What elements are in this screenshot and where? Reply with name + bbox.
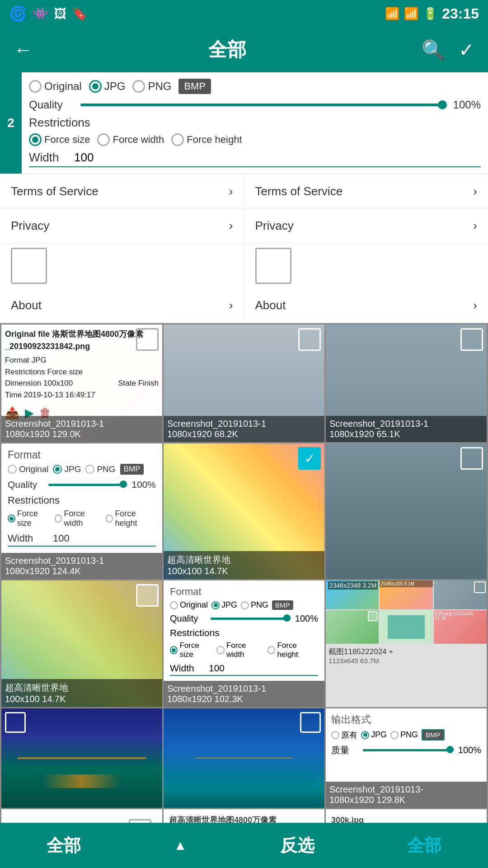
grid-cell-8[interactable]: Format Original JPG PNG BMP Quality 100%… [164, 580, 324, 707]
bottom-nav-all-right[interactable]: 全部 [407, 834, 441, 857]
bmp-selected-badge[interactable]: BMP [422, 729, 445, 741]
cell8-quality-val: 100% [295, 613, 318, 624]
checkbox-left[interactable] [11, 248, 47, 284]
format-jpg[interactable]: JPG [89, 80, 126, 93]
status-right: 📶 📶 🔋 23:15 [385, 5, 479, 22]
cell7-checkbox[interactable] [136, 584, 159, 607]
cell7-label: 超高清晰世界地 100x100 14.7K [1, 679, 162, 707]
status-icons-left: 🌀 👾 🖼 🔖 [9, 5, 88, 22]
cell4-format-label: Format [8, 449, 156, 461]
about-right[interactable]: About › [244, 288, 488, 323]
wifi-off-icon: 📶 [385, 7, 399, 21]
cell8-bmp[interactable]: BMP [272, 600, 293, 610]
cell4-label: Screenshot_20191013-1 488x868 124.4K [1, 553, 162, 579]
bottom-nav: 全部 ▲ 反选 全部 [0, 823, 488, 868]
restrictions-title: Restrictions [29, 116, 481, 130]
search-button[interactable]: 🔍 [422, 39, 445, 61]
privacy-left[interactable]: Privacy › [0, 209, 244, 243]
about-left[interactable]: About › [0, 288, 244, 323]
cell8-quality-label: Quality [170, 613, 206, 624]
monster-icon: 👾 [33, 6, 48, 21]
spiral-icon: 🌀 [9, 5, 27, 22]
cell2-checkbox[interactable] [298, 328, 321, 351]
confirm-button[interactable]: ✓ [459, 39, 474, 61]
quality-label: Quality [29, 99, 74, 111]
cell4-restrictions-radios: Force size Force width Force height [8, 509, 156, 528]
force-width[interactable]: Force width [97, 133, 164, 146]
radio-force-height[interactable] [171, 133, 184, 146]
grid-cell-6[interactable] [326, 443, 487, 579]
radio-force-width[interactable] [97, 133, 110, 146]
cell8-restrictions-title: Restrictions [170, 627, 318, 638]
terms-left[interactable]: Terms of Service › [0, 175, 244, 209]
radio-jpg[interactable] [89, 80, 102, 93]
force-size[interactable]: Force size [29, 133, 90, 146]
quality-val-small: 100% [458, 745, 481, 755]
image-grid-row3: 超高清晰世界地 100x100 14.7K Format Original JP… [0, 580, 488, 708]
grid-cell-5[interactable]: ✓ 超高清晰世界地 100x100 14.7K [164, 443, 324, 579]
format-bmp[interactable]: BMP [178, 79, 211, 94]
force-height[interactable]: Force height [171, 133, 242, 146]
bottom-arrow-icon: ▲ [174, 838, 187, 853]
image-grid-row4: 输出格式 原有 JPG PNG BMP 质量 100% Screenshot_2… [0, 708, 488, 809]
quality-value: 100% [453, 99, 481, 111]
battery-icon: 🔋 [423, 7, 437, 21]
cell8-label: Screenshot_20191013-1 488x868 102.3K [164, 681, 324, 707]
grid-cell-3[interactable]: Screenshot_20191013-1 488x868 65.1K [326, 325, 487, 442]
quality-label-small: 质量 [331, 744, 358, 756]
page-title: 全部 [208, 37, 246, 62]
grid-cell-1[interactable]: Original file 洛斯世界地图4800万像素_201909232318… [1, 325, 162, 442]
grid-cell-7[interactable]: 超高清晰世界地 100x100 14.7K [1, 580, 162, 707]
grid-cell-9[interactable]: 2348x2348 3.2M 25480x205 8.1M 8.2 [326, 580, 487, 707]
cell1-file: Original file 洛斯世界地图4800万像素_201909232318… [5, 328, 159, 353]
time-display: 23:15 [442, 5, 479, 22]
main-content: 2 Original JPG PNG [0, 72, 488, 868]
photo-icon: 🖼 [54, 6, 66, 21]
status-bar: 🌀 👾 🖼 🔖 📶 📶 🔋 23:15 [0, 0, 488, 27]
terms-right[interactable]: Terms of Service › [244, 175, 488, 209]
cell4-bmp[interactable]: BMP [120, 464, 144, 475]
width-label: Width [29, 151, 74, 165]
cell5-check[interactable]: ✓ [298, 447, 321, 470]
output-format-label: 输出格式 [331, 713, 481, 726]
signal-icon: 📶 [404, 7, 418, 21]
cell4-restrictions-title: Restrictions [8, 495, 156, 506]
grid-cell-4[interactable]: Format Original JPG PNG BMP [1, 443, 162, 579]
format-original[interactable]: Original [29, 80, 82, 93]
cell4-quality-val: 100% [131, 479, 156, 490]
radio-png[interactable] [132, 80, 145, 93]
cell5-label: 超高清晰世界地 100x100 14.7K [164, 551, 324, 579]
back-button[interactable]: ← [14, 39, 33, 61]
radio-force-size[interactable] [29, 133, 42, 146]
cell4-format-radios: Original JPG PNG BMP [8, 464, 156, 475]
cell2-label: Screenshot_20191013-1 488x868 68.2K [164, 416, 324, 442]
cell8-width-label: Width [170, 663, 202, 674]
batch-count: 2 [0, 72, 22, 174]
checkbox-right[interactable] [255, 248, 291, 284]
cell3-checkbox[interactable] [460, 328, 483, 351]
image-grid-row2: Format Original JPG PNG BMP [0, 443, 488, 580]
fqr-small-label: Screenshot_20191013- 488x868 129.8K [326, 782, 487, 808]
grid-cell-aurora2[interactable] [164, 708, 324, 808]
privacy-right[interactable]: Privacy › [244, 209, 488, 243]
aurora2-checkbox[interactable] [300, 712, 321, 733]
cell1-checkbox[interactable] [136, 328, 159, 351]
radio-original[interactable] [29, 80, 42, 93]
grid-cell-2[interactable]: Screenshot_20191013-1 488x868 68.2K [164, 325, 324, 442]
cell1-label: Screenshot_20191013-1 488x868 129.0K [1, 416, 162, 442]
format-group: Original JPG PNG BMP [29, 79, 481, 94]
cell8-width-val: 100 [209, 663, 225, 674]
image-grid-row1: Original file 洛斯世界地图4800万像素_201909232318… [0, 323, 488, 443]
cell4-quality-label: Quality [8, 479, 44, 490]
format-png[interactable]: PNG [132, 80, 171, 93]
aurora-checkbox[interactable] [5, 712, 26, 733]
grid-cell-fqr-small[interactable]: 输出格式 原有 JPG PNG BMP 质量 100% Screenshot_2… [326, 708, 487, 808]
cell6-checkbox[interactable] [460, 447, 483, 470]
bookmark-icon: 🔖 [72, 6, 88, 21]
width-input[interactable] [74, 151, 481, 165]
cell4-width-val: 100 [53, 533, 70, 544]
grid-cell-aurora[interactable] [1, 708, 162, 808]
bottom-nav-all-left[interactable]: 全部 [47, 834, 81, 857]
top-bar: ← 全部 🔍 ✓ [0, 27, 488, 72]
bottom-nav-invert[interactable]: 反选 [280, 834, 314, 857]
